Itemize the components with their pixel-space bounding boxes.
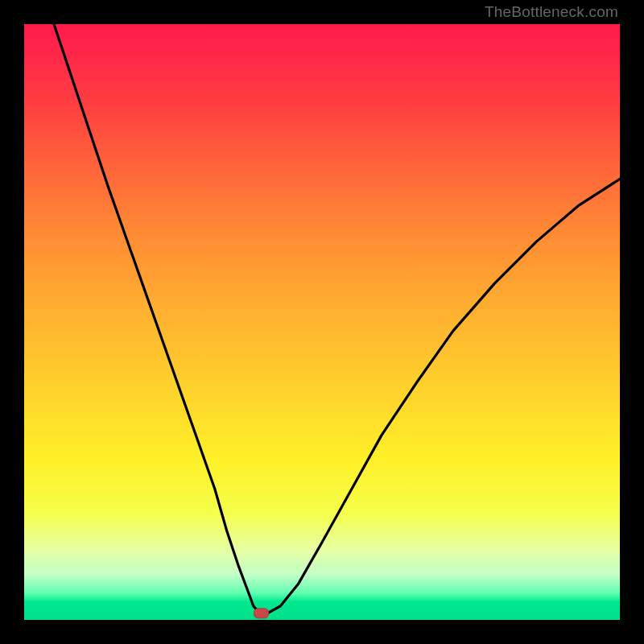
curve-svg bbox=[24, 24, 620, 620]
plot-area bbox=[24, 24, 620, 620]
optimal-point-marker bbox=[254, 609, 269, 618]
bottleneck-curve bbox=[54, 24, 620, 613]
watermark-text: TheBottleneck.com bbox=[485, 3, 618, 21]
chart-frame: TheBottleneck.com bbox=[0, 0, 644, 644]
